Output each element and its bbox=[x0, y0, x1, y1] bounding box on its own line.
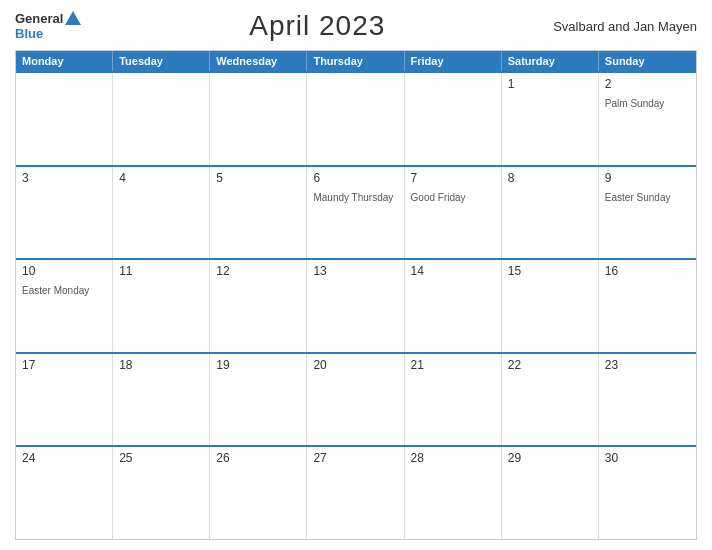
day-19: 19 bbox=[216, 358, 300, 372]
day-12: 12 bbox=[216, 264, 300, 278]
logo-blue-text: Blue bbox=[15, 27, 43, 41]
day-18: 18 bbox=[119, 358, 203, 372]
cal-cell-w2-fri: 7 Good Friday bbox=[405, 167, 502, 259]
day-27: 27 bbox=[313, 451, 397, 465]
weekday-monday: Monday bbox=[16, 51, 113, 71]
day-4: 4 bbox=[119, 171, 203, 185]
event-palm-sunday: Palm Sunday bbox=[605, 98, 664, 109]
day-24: 24 bbox=[22, 451, 106, 465]
day-22: 22 bbox=[508, 358, 592, 372]
day-15: 15 bbox=[508, 264, 592, 278]
cal-cell-w5-sun: 30 bbox=[599, 447, 696, 539]
event-easter-sunday: Easter Sunday bbox=[605, 192, 671, 203]
day-29: 29 bbox=[508, 451, 592, 465]
day-28: 28 bbox=[411, 451, 495, 465]
calendar-week-1: 1 2 Palm Sunday bbox=[16, 71, 696, 165]
day-9: 9 bbox=[605, 171, 690, 185]
day-3: 3 bbox=[22, 171, 106, 185]
day-2: 2 bbox=[605, 77, 690, 91]
event-easter-monday: Easter Monday bbox=[22, 285, 89, 296]
weekday-friday: Friday bbox=[405, 51, 502, 71]
cal-cell-w3-sat: 15 bbox=[502, 260, 599, 352]
cal-cell-w1-fri bbox=[405, 73, 502, 165]
day-14: 14 bbox=[411, 264, 495, 278]
cal-cell-w2-sun: 9 Easter Sunday bbox=[599, 167, 696, 259]
cal-cell-w5-fri: 28 bbox=[405, 447, 502, 539]
cal-cell-w3-thu: 13 bbox=[307, 260, 404, 352]
cal-cell-w5-mon: 24 bbox=[16, 447, 113, 539]
header: General Blue April 2023 Svalbard and Jan… bbox=[15, 10, 697, 42]
weekday-sunday: Sunday bbox=[599, 51, 696, 71]
event-good-friday: Good Friday bbox=[411, 192, 466, 203]
page: General Blue April 2023 Svalbard and Jan… bbox=[0, 0, 712, 550]
calendar-week-3: 10 Easter Monday 11 12 13 14 15 bbox=[16, 258, 696, 352]
calendar-header: Monday Tuesday Wednesday Thursday Friday… bbox=[16, 51, 696, 71]
day-30: 30 bbox=[605, 451, 690, 465]
day-13: 13 bbox=[313, 264, 397, 278]
day-25: 25 bbox=[119, 451, 203, 465]
cal-cell-w3-sun: 16 bbox=[599, 260, 696, 352]
day-16: 16 bbox=[605, 264, 690, 278]
cal-cell-w4-tue: 18 bbox=[113, 354, 210, 446]
weekday-wednesday: Wednesday bbox=[210, 51, 307, 71]
calendar-week-4: 17 18 19 20 21 22 23 bbox=[16, 352, 696, 446]
day-23: 23 bbox=[605, 358, 690, 372]
cal-cell-w1-mon bbox=[16, 73, 113, 165]
cal-cell-w2-mon: 3 bbox=[16, 167, 113, 259]
cal-cell-w5-thu: 27 bbox=[307, 447, 404, 539]
weekday-tuesday: Tuesday bbox=[113, 51, 210, 71]
calendar-week-2: 3 4 5 6 Maundy Thursday 7 Good Friday 8 bbox=[16, 165, 696, 259]
day-10: 10 bbox=[22, 264, 106, 278]
calendar-week-5: 24 25 26 27 28 29 30 bbox=[16, 445, 696, 539]
cal-cell-w2-sat: 8 bbox=[502, 167, 599, 259]
cal-cell-w2-wed: 5 bbox=[210, 167, 307, 259]
day-26: 26 bbox=[216, 451, 300, 465]
cal-cell-w3-mon: 10 Easter Monday bbox=[16, 260, 113, 352]
cal-cell-w5-sat: 29 bbox=[502, 447, 599, 539]
logo-triangle-icon bbox=[65, 11, 81, 25]
cal-cell-w1-tue bbox=[113, 73, 210, 165]
cal-cell-w4-fri: 21 bbox=[405, 354, 502, 446]
day-20: 20 bbox=[313, 358, 397, 372]
region-title: Svalbard and Jan Mayen bbox=[553, 19, 697, 34]
cal-cell-w2-thu: 6 Maundy Thursday bbox=[307, 167, 404, 259]
cal-cell-w3-wed: 12 bbox=[210, 260, 307, 352]
cal-cell-w1-thu bbox=[307, 73, 404, 165]
cal-cell-w4-thu: 20 bbox=[307, 354, 404, 446]
cal-cell-w1-wed bbox=[210, 73, 307, 165]
day-8: 8 bbox=[508, 171, 592, 185]
month-title: April 2023 bbox=[249, 10, 385, 42]
cal-cell-w5-tue: 25 bbox=[113, 447, 210, 539]
cal-cell-w2-tue: 4 bbox=[113, 167, 210, 259]
logo: General Blue bbox=[15, 11, 81, 41]
cal-cell-w1-sun: 2 Palm Sunday bbox=[599, 73, 696, 165]
weekday-thursday: Thursday bbox=[307, 51, 404, 71]
calendar-body: 1 2 Palm Sunday 3 4 5 6 bbox=[16, 71, 696, 539]
day-5: 5 bbox=[216, 171, 300, 185]
cal-cell-w4-sun: 23 bbox=[599, 354, 696, 446]
day-6: 6 bbox=[313, 171, 397, 185]
day-21: 21 bbox=[411, 358, 495, 372]
day-7: 7 bbox=[411, 171, 495, 185]
cal-cell-w4-mon: 17 bbox=[16, 354, 113, 446]
weekday-saturday: Saturday bbox=[502, 51, 599, 71]
cal-cell-w4-sat: 22 bbox=[502, 354, 599, 446]
day-17: 17 bbox=[22, 358, 106, 372]
event-maundy-thursday: Maundy Thursday bbox=[313, 192, 393, 203]
cal-cell-w5-wed: 26 bbox=[210, 447, 307, 539]
logo-general-text: General bbox=[15, 12, 63, 26]
calendar: Monday Tuesday Wednesday Thursday Friday… bbox=[15, 50, 697, 540]
cal-cell-w4-wed: 19 bbox=[210, 354, 307, 446]
cal-cell-w3-tue: 11 bbox=[113, 260, 210, 352]
day-1: 1 bbox=[508, 77, 592, 91]
cal-cell-w1-sat: 1 bbox=[502, 73, 599, 165]
cal-cell-w3-fri: 14 bbox=[405, 260, 502, 352]
day-11: 11 bbox=[119, 264, 203, 278]
